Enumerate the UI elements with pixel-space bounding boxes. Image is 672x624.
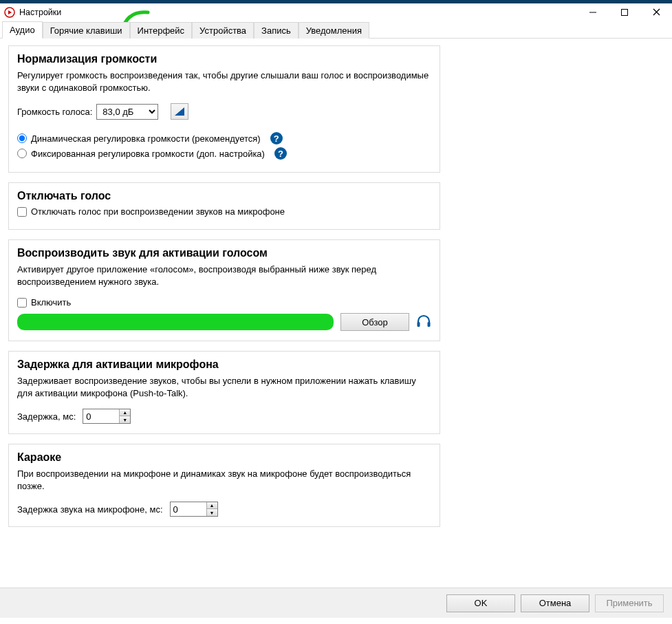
mic-delay-spinner[interactable]: ▲▼ [83, 409, 131, 424]
browse-button[interactable]: Обзор [340, 313, 409, 331]
app-icon [4, 7, 15, 18]
voice-volume-label: Громкость голоса: [17, 107, 92, 117]
spinner-down-icon[interactable]: ▼ [120, 416, 130, 423]
tab-interface[interactable]: Интерфейс [130, 22, 192, 39]
mic-delay-title: Задержка для активации микрофона [17, 358, 431, 371]
mic-delay-input[interactable] [83, 409, 119, 423]
help-icon[interactable]: ? [270, 132, 283, 144]
activation-enable-checkbox[interactable] [17, 298, 27, 308]
cancel-button[interactable]: Отмена [521, 594, 589, 612]
karaoke-delay-label: Задержка звука на микрофоне, мс: [17, 504, 163, 515]
karaoke-desc: При воспроизведении на микрофоне и динам… [17, 468, 431, 492]
mute-voice-checkbox[interactable] [17, 207, 27, 217]
tab-audio[interactable]: Аудио [2, 21, 43, 39]
mute-title: Отключать голос [17, 190, 431, 202]
dialog-footer: OK Отмена Применить [0, 588, 672, 618]
voice-volume-select[interactable]: 83,0 дБ [96, 104, 158, 120]
spinner-down-icon[interactable]: ▼ [207, 509, 217, 516]
titlebar: Настройки [0, 0, 672, 21]
mute-voice-label: Отключать голос при воспроизведении звук… [31, 206, 285, 217]
karaoke-title: Караоке [17, 451, 431, 464]
radio-fixed-label: Фиксированная регулировка громкости (доп… [31, 149, 265, 159]
tab-devices[interactable]: Устройства [192, 22, 254, 39]
activation-desc: Активирует другое приложение «голосом», … [17, 263, 431, 288]
group-normalization: Нормализация громкости Регулирует громко… [8, 45, 440, 173]
minimize-button[interactable] [577, 3, 609, 21]
group-mute-voice: Отключать голос Отключать голос при восп… [8, 182, 440, 230]
content-area: Нормализация громкости Регулирует громко… [0, 39, 672, 588]
svg-rect-2 [622, 9, 628, 15]
svg-rect-6 [428, 322, 431, 327]
maximize-button[interactable] [609, 3, 640, 21]
radio-fixed-volume[interactable] [17, 149, 27, 158]
mic-delay-desc: Задерживает воспроизведение звуков, чтоб… [17, 375, 431, 399]
svg-rect-5 [418, 322, 420, 327]
karaoke-delay-spinner[interactable]: ▲▼ [170, 502, 218, 517]
headphones-icon[interactable] [416, 314, 431, 330]
group-mic-delay: Задержка для активации микрофона Задержи… [8, 351, 440, 434]
tab-hotkeys[interactable]: Горячие клавиши [43, 22, 130, 39]
apply-button[interactable]: Применить [595, 594, 664, 612]
activation-enable-label: Включить [31, 297, 71, 308]
karaoke-delay-input[interactable] [171, 502, 206, 516]
mic-delay-label: Задержка, мс: [17, 411, 76, 422]
tab-notifications[interactable]: Уведомления [299, 22, 369, 39]
normalization-desc: Регулирует громкость воспроизведения так… [17, 69, 431, 94]
volume-measure-button[interactable] [171, 103, 188, 120]
tab-bar: Аудио Горячие клавиши Интерфейс Устройст… [0, 21, 672, 39]
spinner-up-icon[interactable]: ▲ [207, 502, 217, 509]
spinner-up-icon[interactable]: ▲ [120, 409, 130, 416]
group-karaoke: Караоке При воспроизведении на микрофоне… [8, 444, 440, 527]
tab-record[interactable]: Запись [254, 22, 299, 39]
ok-button[interactable]: OK [446, 594, 515, 612]
group-activation-sound: Воспроизводить звук для активации голосо… [8, 239, 440, 341]
close-button[interactable] [640, 3, 672, 21]
radio-dynamic-label: Динамическая регулировка громкости (реко… [31, 133, 261, 144]
sound-path-field[interactable] [17, 314, 334, 330]
help-icon[interactable]: ? [274, 147, 287, 160]
normalization-title: Нормализация громкости [17, 53, 431, 65]
window-title: Настройки [19, 8, 61, 17]
radio-dynamic-volume[interactable] [17, 133, 27, 143]
activation-title: Воспроизводить звук для активации голосо… [17, 247, 431, 259]
